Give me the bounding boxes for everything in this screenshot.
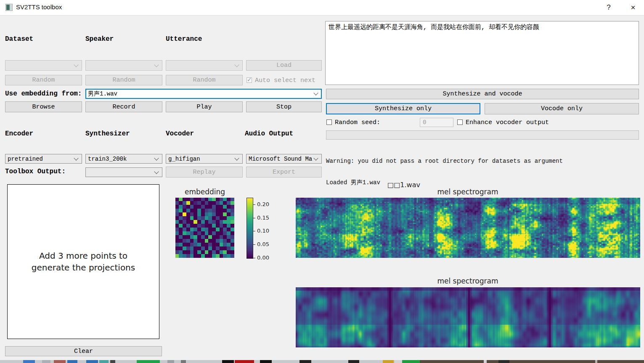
log-line: Warning: you did not pass a root directo… [326, 158, 640, 165]
app-icon [5, 4, 13, 11]
browse-button[interactable]: Browse [5, 101, 82, 112]
check-icon: ✓ [247, 76, 252, 83]
taskbar-icon-sliver [99, 360, 109, 363]
taskbar-icon-sliver [420, 360, 644, 363]
stop-button[interactable]: Stop [246, 101, 322, 112]
load-button[interactable]: Load [246, 60, 322, 71]
play-button[interactable]: Play [166, 101, 243, 112]
speaker-label: Speaker [85, 35, 114, 43]
chevron-down-icon [313, 90, 318, 95]
taskbar-icon-sliver [222, 360, 234, 363]
chevron-down-icon [234, 62, 239, 67]
encoder-label: Encoder [5, 130, 33, 138]
taskbar-icon-sliver [498, 360, 509, 363]
colorbar-tick-mark [253, 218, 255, 218]
encoder-combobox[interactable]: pretrained [5, 154, 82, 164]
taskbar-icon-sliver [484, 360, 487, 363]
toolbox-output-label: Toolbox Output: [5, 168, 66, 175]
taskbar-icon-sliver [395, 360, 402, 363]
vocoder-label: Vocoder [166, 130, 194, 138]
taskbar-icon-sliver [299, 360, 311, 363]
taskbar-icon-sliver [23, 360, 35, 363]
random-seed-checkbox[interactable] [326, 119, 332, 125]
audio-output-combobox[interactable]: Microsoft Sound Mapp [246, 154, 322, 164]
colorbar-tick-mark [253, 231, 255, 231]
taskbar-icon-sliver [235, 360, 254, 363]
chevron-down-icon [74, 156, 78, 160]
taskbar-icon-sliver [260, 360, 272, 363]
random-utterance-button[interactable]: Random [166, 75, 243, 85]
utterance-label: Utterance [166, 35, 202, 43]
umap-projections-panel: Add 3 more points to generate the projec… [7, 184, 159, 339]
chevron-down-icon [74, 62, 78, 67]
dataset-label: Dataset [5, 35, 33, 43]
colorbar-tick-label: 0.10 [257, 228, 269, 234]
synthesize-only-button[interactable]: Synthesize only [326, 103, 480, 114]
close-button[interactable]: × [623, 0, 643, 15]
vocoder-combobox[interactable]: g_hifigan [166, 154, 243, 164]
embedding-source-combobox[interactable]: 男声1.wav [85, 89, 322, 99]
embedding-heatmap [175, 198, 234, 258]
random-dataset-button[interactable]: Random [5, 75, 82, 85]
export-button[interactable]: Export [246, 167, 322, 178]
taskbar-icon-sliver [67, 360, 77, 363]
taskbar-icon-sliver [137, 360, 160, 363]
taskbar-icon-sliver [54, 360, 66, 363]
app-window: SV2TTS toolbox ? × Dataset Speaker Utter… [0, 0, 644, 363]
projections-message: Add 3 more points to generate the projec… [32, 250, 135, 273]
mel-spectrogram-title-1: mel spectrogram [434, 188, 501, 196]
mel-spectrogram-synthesized [296, 287, 640, 347]
chevron-down-icon [154, 62, 159, 67]
utterance-combobox[interactable] [166, 60, 243, 71]
synthesize-and-vocode-button[interactable]: Synthesize and vocode [326, 89, 639, 99]
seed-input[interactable] [420, 118, 453, 127]
enhance-vocoder-label: Enhance vocoder output [466, 119, 549, 126]
dataset-combobox[interactable] [5, 60, 82, 71]
replay-button[interactable]: Replay [166, 167, 243, 178]
help-button[interactable]: ? [599, 0, 618, 15]
colorbar-tick-mark [253, 204, 255, 205]
auto-select-checkbox[interactable]: ✓ [246, 77, 252, 83]
colorbar-tick-mark [253, 258, 255, 258]
colorbar-tick-label: 0.05 [257, 241, 269, 247]
windows-taskbar-sliver [0, 360, 644, 363]
embedding-title: embedding [175, 188, 234, 196]
taskbar-icon-sliver [86, 360, 98, 363]
chevron-down-icon [154, 169, 159, 174]
window-title: SV2TTS toolbox [16, 3, 62, 11]
embedding-colorbar [246, 198, 253, 259]
enhance-vocoder-checkbox[interactable] [457, 119, 463, 125]
mel-spectrogram-title-2: mel spectrogram [434, 277, 501, 285]
taskbar-icon-sliver [383, 360, 394, 363]
toolbox-output-combobox[interactable] [85, 167, 162, 177]
chevron-down-icon [154, 156, 159, 160]
utterance-figure-suptitle: □□1.wav [370, 181, 437, 189]
record-button[interactable]: Record [85, 101, 162, 112]
audio-output-label: Audio Output [245, 130, 293, 138]
taskbar-icon-sliver [402, 360, 420, 363]
speaker-combobox[interactable] [85, 60, 162, 71]
random-speaker-button[interactable]: Random [85, 75, 162, 85]
mel-spectrogram-target [296, 198, 640, 258]
chevron-down-icon [234, 156, 239, 160]
vocode-only-button[interactable]: Vocode only [485, 103, 639, 114]
taskbar-icon-sliver [181, 360, 186, 363]
taskbar-icon-sliver [42, 360, 50, 363]
taskbar-icon-sliver [595, 360, 597, 363]
colorbar-tick-mark [253, 244, 255, 245]
synthesizer-label: Synthesizer [85, 130, 130, 138]
text-prompt-input[interactable]: 世界上最遥远的距离不是天涯海角, 而是我站在你面前, 却看不见你的容颜 [325, 21, 639, 85]
generation-progress-bar [326, 130, 639, 140]
taskbar-icon-sliver [167, 360, 174, 363]
title-bar: SV2TTS toolbox ? × [0, 0, 644, 16]
auto-select-label: Auto select next [255, 77, 315, 84]
colorbar-tick-label: 0.15 [257, 215, 269, 221]
use-embedding-label: Use embedding from: [5, 90, 82, 98]
colorbar-tick-label: 0.20 [257, 201, 269, 207]
taskbar-icon-sliver [348, 360, 359, 363]
synthesizer-combobox[interactable]: train3_200k [85, 154, 162, 164]
chevron-down-icon [313, 156, 318, 160]
random-seed-label: Random seed: [335, 119, 380, 126]
clear-button[interactable]: Clear [5, 346, 162, 356]
taskbar-icon-sliver [110, 360, 115, 363]
